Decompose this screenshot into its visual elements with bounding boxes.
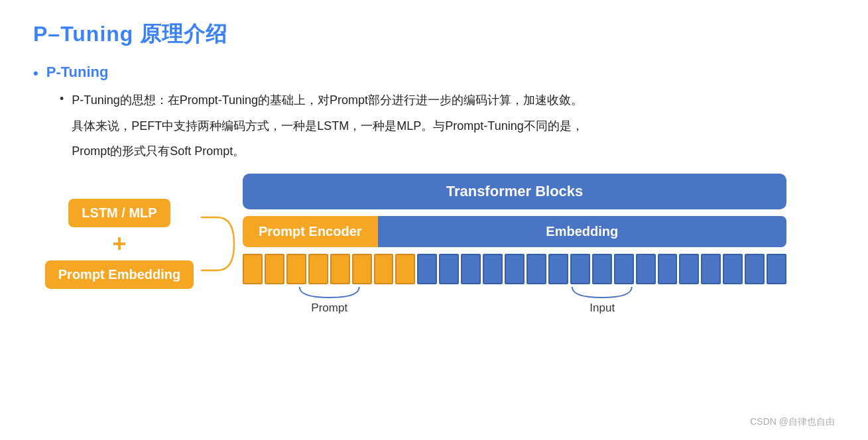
right-panel: Transformer Blocks Prompt Encoder Embedd… (243, 174, 786, 315)
prompt-label: Prompt (311, 302, 347, 315)
lstm-mlp-box: LSTM / MLP (68, 199, 170, 227)
token-blue-2 (439, 254, 459, 284)
bullet-dot2: • (60, 92, 64, 106)
prompt-brace-group: Prompt (243, 286, 416, 315)
prompt-encoder-box: Prompt Encoder (243, 216, 378, 247)
token-orange-4 (308, 254, 328, 284)
token-blue-6 (527, 254, 546, 284)
token-blue-9 (592, 254, 612, 284)
bullet-level1: • P-Tuning (33, 64, 835, 82)
left-panel: LSTM / MLP + Prompt Embedding (46, 199, 192, 289)
token-blue-8 (570, 254, 590, 284)
tokens-row (243, 254, 786, 284)
page: P–Tuning 原理介绍 • P-Tuning • P-Tuning的思想：在… (0, 0, 868, 440)
transformer-block: Transformer Blocks (243, 174, 786, 209)
token-blue-1 (417, 254, 437, 284)
prompt-embedding-box: Prompt Embedding (45, 260, 194, 289)
token-orange-5 (330, 254, 350, 284)
token-blue-4 (483, 254, 503, 284)
page-title: P–Tuning 原理介绍 (33, 20, 835, 49)
bullet-text-line3: Prompt的形式只有Soft Prompt。 (72, 141, 583, 162)
token-blue-7 (548, 254, 568, 284)
token-orange-1 (243, 254, 263, 284)
bullet-dot1: • (33, 65, 38, 82)
token-blue-10 (614, 254, 634, 284)
input-brace-group: Input (418, 286, 786, 315)
brace-connector (198, 197, 237, 290)
bottom-braces: Prompt Input (243, 286, 786, 315)
token-blue-11 (636, 254, 656, 284)
token-orange-8 (395, 254, 415, 284)
token-blue-3 (461, 254, 481, 284)
embedding-box: Embedding (378, 216, 786, 247)
encoder-embedding-row: Prompt Encoder Embedding (243, 216, 786, 247)
token-orange-3 (286, 254, 306, 284)
token-blue-5 (505, 254, 525, 284)
bullet1-label: P-Tuning (46, 64, 109, 81)
input-label: Input (589, 302, 615, 315)
token-orange-6 (352, 254, 372, 284)
bullet-text-line2: 具体来说，PEFT中支持两种编码方式，一种是LSTM，一种是MLP。与Promp… (72, 116, 583, 137)
token-orange-2 (265, 254, 284, 284)
token-blue-16 (745, 254, 765, 284)
token-blue-12 (658, 254, 678, 284)
bullet-text-line1: P-Tuning的思想：在Prompt-Tuning的基础上，对Prompt部分… (72, 90, 583, 111)
token-blue-17 (767, 254, 786, 284)
token-orange-7 (374, 254, 394, 284)
token-blue-15 (723, 254, 743, 284)
watermark: CSDN @自律也自由 (750, 416, 835, 428)
bullet-level2: • P-Tuning的思想：在Prompt-Tuning的基础上，对Prompt… (60, 90, 835, 162)
tokens-container: Prompt Input (243, 254, 786, 315)
diagram-area: LSTM / MLP + Prompt Embedding Transforme… (46, 174, 835, 315)
token-blue-14 (701, 254, 721, 284)
plus-sign: + (112, 230, 126, 258)
token-blue-13 (679, 254, 699, 284)
